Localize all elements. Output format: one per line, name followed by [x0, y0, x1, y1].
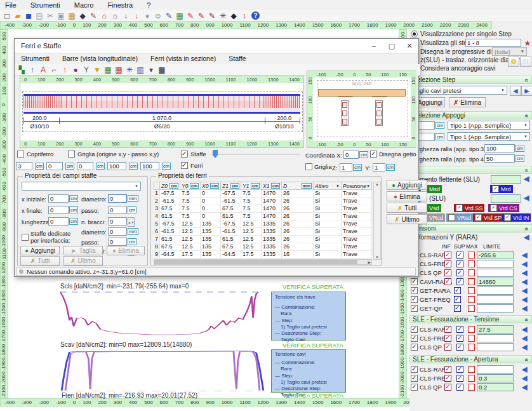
checkbox[interactable]: [456, 252, 463, 259]
staffe-last-button[interactable]: ✗Ultimo: [63, 256, 103, 266]
checkbox[interactable]: [411, 278, 418, 285]
dialog-titlebar[interactable]: Ferri e Staffe – ▢ ✕: [15, 39, 418, 53]
checkbox[interactable]: [456, 384, 463, 391]
apply-limit-button[interactable]: ◀: [522, 278, 527, 286]
hourglass-dark-icon[interactable]: ◆: [229, 11, 239, 21]
copriferro-input[interactable]: 3: [16, 162, 32, 170]
checkbox[interactable]: [444, 269, 451, 276]
table-row[interactable]: 367.57.5067.57.5147026SiTrave: [154, 205, 372, 213]
copriferro-check[interactable]: Copriferro: [17, 151, 53, 158]
menu-item[interactable]: Strumenti: [30, 1, 60, 9]
checkbox[interactable]: [468, 287, 475, 294]
table-row[interactable]: 1-67.57.50-67.57.5147026SiTrave: [154, 190, 372, 198]
close-button[interactable]: ✕: [401, 39, 418, 52]
copy-icon[interactable]: ▣: [56, 11, 66, 21]
branch-icon[interactable]: Y: [81, 65, 91, 75]
checkbox[interactable]: [411, 366, 418, 373]
grid-origin-y-input[interactable]: 0: [77, 162, 93, 170]
legs-stepper[interactable]: ▲▼: [128, 217, 135, 227]
checkbox[interactable]: ✓: [456, 205, 463, 212]
checkbox[interactable]: [444, 326, 451, 333]
series-toggle-vrsd[interactable]: VRsd: [446, 213, 473, 222]
ralla3-input[interactable]: 100: [484, 144, 515, 152]
series-toggle-mrd[interactable]: ✓Mrd: [490, 185, 513, 193]
x-end-input[interactable]: 0: [48, 206, 69, 214]
section-sle-tension-header[interactable]: SLE - Fessurazione - Tensione«: [409, 315, 532, 323]
pitch2-input[interactable]: 0: [108, 238, 127, 246]
x-init-input[interactable]: 0: [48, 194, 69, 203]
apply-limit-button[interactable]: ◀: [522, 374, 527, 382]
zoom-slider[interactable]: [211, 154, 300, 155]
checkbox[interactable]: [444, 344, 451, 351]
table-row[interactable]: 5-67.512.5135-67.512.5133526SiTrave: [154, 220, 372, 228]
checkbox[interactable]: [468, 260, 475, 267]
checkbox[interactable]: [305, 163, 312, 170]
ferri-check[interactable]: Ferri: [181, 162, 203, 169]
dedicated-checkbox[interactable]: [22, 234, 29, 241]
menu-item[interactable]: ?: [147, 1, 150, 9]
col-x1[interactable]: X1cm: [262, 182, 282, 190]
new-file-icon[interactable]: ◻: [2, 11, 12, 21]
staffe-check[interactable]: Staffe: [181, 151, 206, 158]
save-icon[interactable]: ◼: [23, 11, 34, 21]
draw-cast-check[interactable]: Disegna getto: [370, 151, 416, 158]
open-folder-icon[interactable]: ▰: [13, 11, 23, 21]
section-supports-header[interactable]: Selezione Appoggi«: [409, 111, 532, 119]
checkbox[interactable]: [444, 335, 451, 342]
collapse-icon[interactable]: «: [524, 114, 531, 118]
checkbox[interactable]: [456, 260, 463, 267]
series-toggle-vrd-in[interactable]: ✓Vrd IN: [502, 213, 531, 222]
checkbox[interactable]: [444, 252, 451, 259]
hourglass-icon[interactable]: ◆: [77, 11, 88, 21]
limit-input[interactable]: [477, 343, 514, 351]
griglia2-check[interactable]: Griglia: [305, 163, 331, 170]
table-row[interactable]: 9-64.517.5135-64.517.5133516SiTrave: [154, 251, 372, 259]
checkbox[interactable]: [468, 384, 475, 391]
support1-type-select[interactable]: Tipo 1 (App. Semplice)▼: [448, 121, 530, 130]
limit-input[interactable]: [477, 295, 514, 304]
checkbox[interactable]: [411, 344, 418, 351]
font-icon[interactable]: A: [38, 65, 48, 75]
apply-limit-button[interactable]: ◀: [522, 365, 527, 374]
pitch-input[interactable]: 0: [108, 206, 127, 214]
limit-input[interactable]: 0.3: [477, 374, 514, 382]
house-red-icon[interactable]: ⌂: [99, 11, 109, 21]
checkbox[interactable]: [17, 151, 24, 158]
collapse-icon[interactable]: «: [524, 318, 531, 322]
cut-icon[interactable]: ✂: [45, 11, 55, 21]
checkbox[interactable]: [468, 296, 475, 303]
grid-step-y-input[interactable]: 100: [140, 162, 159, 170]
limit-input[interactable]: -255.6: [477, 251, 514, 259]
griglia-check[interactable]: Griglia (origine x,y - passo x,y): [68, 151, 159, 158]
next-step-button[interactable]: ▶: [521, 86, 532, 96]
wizard-icon[interactable]: ✎: [88, 11, 98, 21]
apply-limit-button[interactable]: ◀: [522, 286, 527, 295]
apply-limit-button[interactable]: ◀: [522, 295, 527, 304]
moment-scale-input[interactable]: [491, 175, 521, 184]
checkbox[interactable]: [411, 384, 418, 391]
checkbox[interactable]: [181, 151, 188, 158]
staffe-all-button[interactable]: ✗Tutti: [20, 256, 60, 266]
filter-icon[interactable]: ▼: [92, 65, 102, 75]
grid-z-input[interactable]: 1: [340, 163, 352, 172]
shear-apply-button[interactable]: ◀: [524, 194, 529, 202]
col-y0[interactable]: Y0cm: [180, 182, 201, 190]
table-row[interactable]: 6-61.512.5135-61.512.5133526SiTrave: [154, 228, 372, 236]
anchorage-check[interactable]: Considera ancoraggio cavi: [411, 65, 495, 72]
apply-limit-button[interactable]: ◀: [522, 325, 527, 334]
dialog-menu-item[interactable]: Barre (vista longitudinale): [62, 55, 138, 62]
diameter2-input[interactable]: 0: [108, 227, 127, 236]
paste-icon[interactable]: ▦: [67, 11, 77, 21]
house-purple-icon[interactable]: ⌂: [110, 11, 120, 21]
import-red-icon[interactable]: ↓: [121, 11, 131, 21]
col-x0[interactable]: X0cm: [201, 182, 221, 190]
lamp-on-icon[interactable]: [508, 57, 519, 67]
checkbox[interactable]: [468, 366, 475, 373]
move-up-icon[interactable]: ↑: [60, 65, 70, 75]
pencil-darkred-icon[interactable]: ✎: [207, 11, 217, 21]
prev-step-button[interactable]: ◀: [510, 86, 521, 96]
coord-x-input[interactable]: 0: [343, 151, 359, 159]
stirrup-points-icon[interactable]: ▚: [17, 65, 27, 75]
checkbox[interactable]: [456, 344, 463, 351]
import-red-alt-icon[interactable]: ↓: [131, 11, 142, 21]
